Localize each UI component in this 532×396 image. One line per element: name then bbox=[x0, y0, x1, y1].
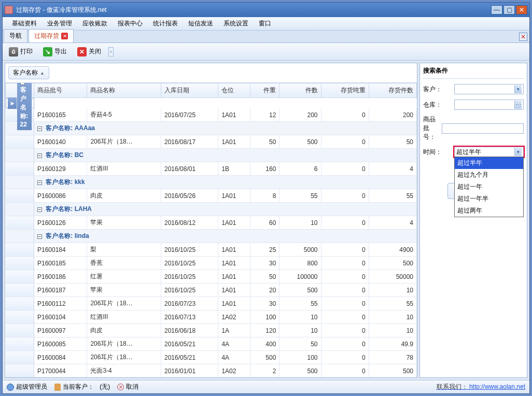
group-row[interactable]: − 客户名称: linda bbox=[6, 230, 417, 243]
group-row[interactable]: ▸− 客户名称: 22 bbox=[6, 98, 34, 108]
cell: 苹果 bbox=[87, 284, 161, 297]
expand-icon[interactable]: − bbox=[37, 180, 42, 185]
cell: 0 bbox=[321, 351, 369, 364]
user-name: 超级管理员 bbox=[16, 383, 47, 391]
time-label: 时间： bbox=[423, 148, 452, 157]
group-bar: 客户名称▲ bbox=[5, 63, 417, 83]
expand-icon[interactable]: − bbox=[37, 207, 42, 212]
menu-item[interactable]: 窗口 bbox=[254, 19, 276, 28]
menu-item[interactable]: 短信发送 bbox=[183, 19, 218, 28]
app-window: 过期存货 - 傲蓝冷库管理系统.net — ▢ ✕ 基础资料业务管理应收账款报表… bbox=[2, 2, 530, 394]
column-header[interactable]: 商品批号 bbox=[34, 83, 87, 98]
print-button[interactable]: ⎙打印 bbox=[6, 46, 36, 58]
group-row[interactable]: − 客户名称: AAAaa bbox=[6, 122, 417, 135]
cell: 500 bbox=[279, 135, 321, 149]
expand-icon[interactable]: − bbox=[37, 153, 42, 158]
table-row[interactable]: P1600185香蕉2016/10/251A01308000500 bbox=[6, 257, 417, 270]
cell: P1600126 bbox=[34, 216, 87, 230]
export-button[interactable]: ↘导出 bbox=[40, 46, 70, 58]
table-row[interactable]: P1600184梨2016/10/251A0125500004900 bbox=[6, 243, 417, 257]
column-header[interactable]: 商品名称 bbox=[87, 83, 161, 98]
table-row[interactable]: P1600186红薯2016/10/251A0150100000050000 bbox=[6, 270, 417, 284]
cell: 0 bbox=[321, 135, 369, 149]
column-header[interactable]: 入库日期 bbox=[161, 83, 218, 98]
time-row: 时间： 超过半年▾ 超过半年超过九个月超过一年超过一年半超过两年 bbox=[423, 147, 524, 157]
row-indicator bbox=[6, 189, 34, 203]
dropdown-option[interactable]: 超过两年 bbox=[455, 205, 523, 217]
tab-close-icon[interactable]: ✕ bbox=[61, 33, 68, 39]
expand-icon[interactable]: − bbox=[37, 126, 42, 131]
cell: P1600186 bbox=[34, 270, 87, 284]
menu-item[interactable]: 统计报表 bbox=[148, 19, 183, 28]
column-header[interactable]: 件重 bbox=[250, 83, 279, 98]
cancel-block[interactable]: ✕取消 bbox=[117, 383, 138, 391]
column-header[interactable]: 件数 bbox=[279, 83, 321, 98]
table-row[interactable]: P1700044光面3-42016/01/011A0225000500 bbox=[6, 364, 417, 378]
cell: 0 bbox=[321, 310, 369, 324]
table-row[interactable]: P1600085206耳片（18…2016/05/214A40050049.9 bbox=[6, 337, 417, 351]
dropdown-option[interactable]: 超过九个月 bbox=[455, 169, 523, 181]
titlebar: 过期存货 - 傲蓝冷库管理系统.net — ▢ ✕ bbox=[3, 3, 529, 17]
cell: 500 bbox=[369, 364, 416, 378]
table-row[interactable]: P1600112206耳片（18…2016/07/231A013055055 bbox=[6, 297, 417, 310]
minimize-button[interactable]: — bbox=[491, 5, 502, 15]
cell: 5000 bbox=[279, 243, 321, 257]
export-label: 导出 bbox=[54, 47, 67, 56]
window-close-button[interactable]: ✕ bbox=[516, 5, 527, 15]
table-row[interactable]: P1600097肉皮2016/06/181A12010010 bbox=[6, 324, 417, 337]
expand-icon[interactable]: − bbox=[37, 234, 42, 239]
group-row[interactable]: − 客户名称: LAHA bbox=[6, 203, 417, 216]
tabbar-close-icon[interactable]: ✕ bbox=[519, 33, 527, 41]
menu-item[interactable]: 基础资料 bbox=[7, 19, 42, 28]
table-row[interactable]: P1600165香菇4-52016/07/251A01122000200 bbox=[6, 108, 417, 122]
table-row[interactable]: P1600187苹果2016/10/251A0120500010 bbox=[6, 284, 417, 297]
tab[interactable]: 过期存货✕ bbox=[29, 29, 74, 43]
table-row[interactable]: P1600086肉皮2016/05/261A01855055 bbox=[6, 189, 417, 203]
collapse-icon[interactable]: − bbox=[20, 83, 25, 85]
time-select[interactable]: 超过半年▾ bbox=[454, 147, 524, 157]
cell: 0 bbox=[321, 324, 369, 337]
cell: 25 bbox=[250, 243, 279, 257]
grid-scroll[interactable]: 商品批号商品名称入库日期仓位件重件数存货吨重存货件数 ▸− 客户名称: 22P1… bbox=[5, 83, 417, 377]
tab[interactable]: 导航 bbox=[4, 29, 27, 43]
cell: 1A01 bbox=[218, 243, 250, 257]
customer-select[interactable]: ▾ bbox=[454, 84, 524, 94]
menu-item[interactable]: 系统设置 bbox=[218, 19, 254, 28]
maximize-button[interactable]: ▢ bbox=[503, 5, 515, 15]
menu-item[interactable]: 业务管理 bbox=[42, 19, 77, 28]
menu-item[interactable]: 报表中心 bbox=[113, 19, 148, 28]
group-chip[interactable]: 客户名称▲ bbox=[8, 66, 49, 79]
person-icon bbox=[54, 384, 61, 391]
cell: 10 bbox=[279, 324, 321, 337]
column-header[interactable]: 存货吨重 bbox=[321, 83, 369, 98]
table-row[interactable]: P1600129红酒III2016/08/011B160604 bbox=[6, 162, 417, 176]
warehouse-select[interactable]: ⋯ bbox=[454, 100, 524, 110]
close-button[interactable]: ✕关闭 bbox=[74, 46, 104, 58]
table-row[interactable]: P1600140206耳片（18…2016/08/171A0150500050 bbox=[6, 135, 417, 149]
row-indicator bbox=[6, 284, 34, 297]
row-indicator bbox=[6, 243, 34, 257]
toolbar-chevron-icon[interactable]: › bbox=[108, 47, 114, 56]
cancel-icon: ✕ bbox=[117, 384, 124, 390]
cancel-label: 取消 bbox=[126, 383, 138, 391]
table-row[interactable]: P1600104红酒III2016/07/131A0210010010 bbox=[6, 310, 417, 324]
dropdown-option[interactable]: 超过一年 bbox=[455, 181, 523, 193]
cell: 0 bbox=[321, 270, 369, 284]
column-header[interactable]: 存货件数 bbox=[369, 83, 416, 98]
batch-input[interactable] bbox=[442, 123, 524, 134]
cell: 2016/05/26 bbox=[161, 189, 218, 203]
table-row[interactable]: P1600084206耳片（18…2016/05/214A500100078 bbox=[6, 351, 417, 364]
contact-link[interactable]: 联系我们： http://www.aolan.net bbox=[437, 383, 525, 391]
row-indicator bbox=[6, 364, 34, 378]
group-row[interactable]: − 客户名称: kkk bbox=[6, 176, 417, 189]
cell: P1600140 bbox=[34, 135, 87, 149]
menu-item[interactable]: 应收账款 bbox=[77, 19, 113, 28]
cell: 2016/08/01 bbox=[161, 162, 218, 176]
cell: 200 bbox=[369, 108, 416, 122]
column-header[interactable]: 仓位 bbox=[218, 83, 250, 98]
group-cell: − 客户名称: LAHA bbox=[34, 203, 417, 216]
dropdown-option[interactable]: 超过一年半 bbox=[455, 193, 523, 205]
dropdown-option[interactable]: 超过半年 bbox=[455, 157, 523, 169]
table-row[interactable]: P1600126苹果2016/08/121A01601004 bbox=[6, 216, 417, 230]
group-row[interactable]: − 客户名称: BC bbox=[6, 149, 417, 162]
